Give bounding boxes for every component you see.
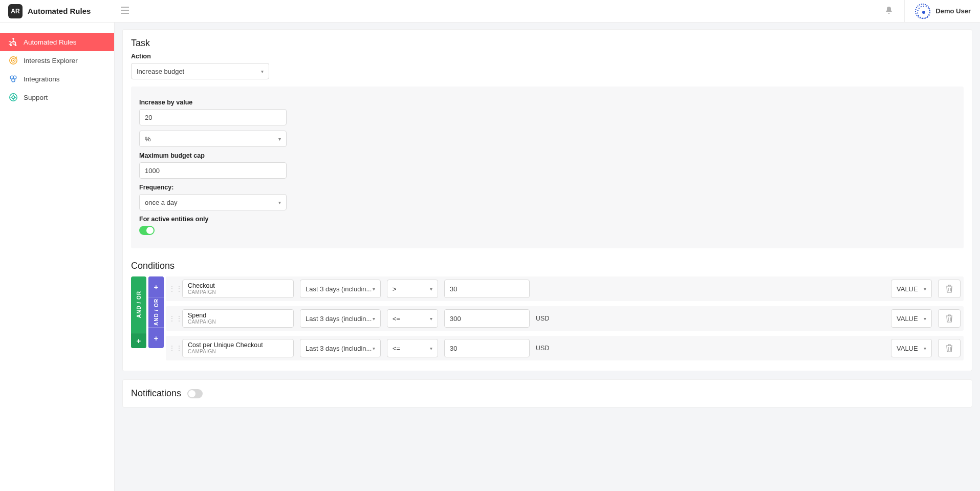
frequency-value: once a day bbox=[145, 199, 178, 206]
sidebar-item-integrations[interactable]: Integrations bbox=[0, 70, 114, 88]
suffix-label: USD bbox=[536, 315, 561, 322]
top-bar: AR Automated Rules Demo User bbox=[0, 0, 980, 23]
timeframe-select[interactable]: Last 3 days (includin... ▾ bbox=[300, 309, 381, 328]
increase-by-value[interactable] bbox=[145, 110, 281, 125]
max-cap-input[interactable] bbox=[139, 162, 287, 179]
operator-select[interactable]: <= ▾ bbox=[387, 309, 438, 328]
metric-level: CAMPAIGN bbox=[188, 319, 288, 325]
max-cap-label: Maximum budget cap bbox=[139, 152, 955, 159]
operator-select[interactable]: <= ▾ bbox=[387, 339, 438, 357]
trash-icon bbox=[946, 344, 953, 352]
sidebar-item-label: Support bbox=[24, 94, 48, 101]
toggle-knob bbox=[146, 227, 154, 234]
operator-value: > bbox=[393, 285, 397, 293]
active-only-toggle[interactable] bbox=[139, 226, 155, 235]
sidebar-item-interests-explorer[interactable]: Interests Explorer bbox=[0, 51, 114, 70]
task-settings-panel: Increase by value % ▾ Maximum budget cap… bbox=[131, 87, 964, 248]
drag-handle-icon[interactable]: ⋮⋮ bbox=[169, 317, 176, 320]
frequency-select[interactable]: once a day ▾ bbox=[139, 194, 287, 210]
delete-row-button[interactable] bbox=[938, 280, 961, 298]
svg-point-7 bbox=[13, 60, 14, 61]
inner-group-andor: + AND / OR + bbox=[148, 276, 164, 348]
integrations-icon bbox=[8, 74, 18, 84]
drag-handle-icon[interactable]: ⋮⋮ bbox=[169, 287, 176, 290]
unit-value: % bbox=[145, 135, 151, 143]
metric-level: CAMPAIGN bbox=[188, 289, 288, 295]
chevron-down-icon: ▾ bbox=[924, 286, 926, 292]
metric-name: Cost per Unique Checkout bbox=[188, 341, 288, 349]
operator-value: <= bbox=[393, 315, 400, 323]
chevron-down-icon: ▾ bbox=[924, 346, 926, 351]
menu-toggle-icon[interactable] bbox=[121, 7, 129, 15]
threshold-input[interactable] bbox=[444, 280, 530, 298]
max-cap-value[interactable] bbox=[145, 163, 281, 178]
outer-group-label: AND / OR bbox=[136, 276, 142, 333]
value-type-select[interactable]: VALUE ▾ bbox=[891, 339, 932, 357]
trash-icon bbox=[946, 314, 953, 323]
svg-point-3 bbox=[10, 45, 12, 47]
metric-select[interactable]: Checkout CAMPAIGN bbox=[182, 280, 294, 298]
task-title: Task bbox=[131, 38, 964, 49]
inner-group-label[interactable]: AND / OR bbox=[148, 297, 164, 327]
metric-select[interactable]: Cost per Unique Checkout CAMPAIGN bbox=[182, 339, 294, 357]
brand-area: AR Automated Rules bbox=[0, 4, 115, 18]
metric-select[interactable]: Spend CAMPAIGN bbox=[182, 309, 294, 328]
toggle-knob bbox=[188, 390, 195, 397]
outer-group-add-button[interactable]: + bbox=[131, 333, 146, 348]
sidebar-item-support[interactable]: Support bbox=[0, 88, 114, 106]
inner-group-add-top-button[interactable]: + bbox=[148, 276, 164, 297]
increase-by-input[interactable] bbox=[139, 109, 287, 125]
chevron-down-icon: ▾ bbox=[373, 316, 375, 322]
user-name: Demo User bbox=[935, 7, 971, 15]
main-content: Task Action Increase budget ▾ Increase b… bbox=[115, 23, 980, 414]
sidebar: Automated Rules Interests Explorer Integ… bbox=[0, 23, 115, 414]
user-avatar-icon bbox=[915, 4, 930, 19]
threshold-value[interactable] bbox=[450, 339, 524, 357]
threshold-value[interactable] bbox=[450, 280, 524, 297]
delete-row-button[interactable] bbox=[938, 339, 961, 357]
chevron-down-icon: ▾ bbox=[430, 346, 432, 351]
timeframe-select[interactable]: Last 3 days (includin... ▾ bbox=[300, 339, 381, 357]
notifications-toggle[interactable] bbox=[187, 389, 203, 398]
value-type-select[interactable]: VALUE ▾ bbox=[891, 309, 932, 328]
svg-point-2 bbox=[12, 38, 14, 40]
action-label: Action bbox=[131, 53, 964, 60]
sidebar-item-automated-rules[interactable]: Automated Rules bbox=[0, 33, 114, 51]
brand-name: Automated Rules bbox=[28, 7, 91, 15]
timeframe-select[interactable]: Last 3 days (includin... ▾ bbox=[300, 280, 381, 298]
chevron-down-icon: ▾ bbox=[430, 316, 432, 322]
chevron-down-icon: ▾ bbox=[278, 136, 281, 142]
action-select[interactable]: Increase budget ▾ bbox=[131, 63, 269, 79]
rules-icon bbox=[8, 37, 18, 47]
chevron-down-icon: ▾ bbox=[430, 286, 432, 292]
sidebar-item-label: Automated Rules bbox=[24, 38, 77, 46]
timeframe-value: Last 3 days (includin... bbox=[306, 345, 372, 352]
support-icon bbox=[8, 92, 18, 102]
bell-icon[interactable] bbox=[885, 6, 893, 16]
target-icon bbox=[8, 55, 18, 66]
delete-row-button[interactable] bbox=[938, 309, 961, 328]
conditions-title: Conditions bbox=[131, 261, 964, 271]
threshold-value[interactable] bbox=[450, 310, 524, 327]
timeframe-value: Last 3 days (includin... bbox=[306, 315, 372, 323]
chevron-down-icon: ▾ bbox=[261, 69, 264, 74]
inner-group-add-bottom-button[interactable]: + bbox=[148, 328, 164, 348]
action-value: Increase budget bbox=[137, 68, 184, 75]
increase-by-label: Increase by value bbox=[139, 99, 955, 106]
unit-select[interactable]: % ▾ bbox=[139, 131, 287, 147]
outer-group-andor[interactable]: AND / OR + bbox=[131, 276, 146, 348]
threshold-input[interactable] bbox=[444, 309, 530, 328]
frequency-label: Frequency: bbox=[139, 184, 955, 191]
drag-handle-icon[interactable]: ⋮⋮ bbox=[169, 347, 176, 350]
logo-badge: AR bbox=[8, 4, 23, 18]
chevron-down-icon: ▾ bbox=[373, 286, 375, 292]
notifications-card: Notifications bbox=[123, 380, 972, 407]
chevron-down-icon: ▾ bbox=[373, 346, 375, 351]
threshold-input[interactable] bbox=[444, 339, 530, 357]
active-only-label: For active entities only bbox=[139, 216, 955, 223]
user-menu[interactable]: Demo User bbox=[904, 0, 971, 22]
operator-select[interactable]: > ▾ bbox=[387, 280, 438, 298]
trash-icon bbox=[946, 285, 953, 293]
timeframe-value: Last 3 days (includin... bbox=[306, 285, 372, 293]
value-type-select[interactable]: VALUE ▾ bbox=[891, 280, 932, 298]
